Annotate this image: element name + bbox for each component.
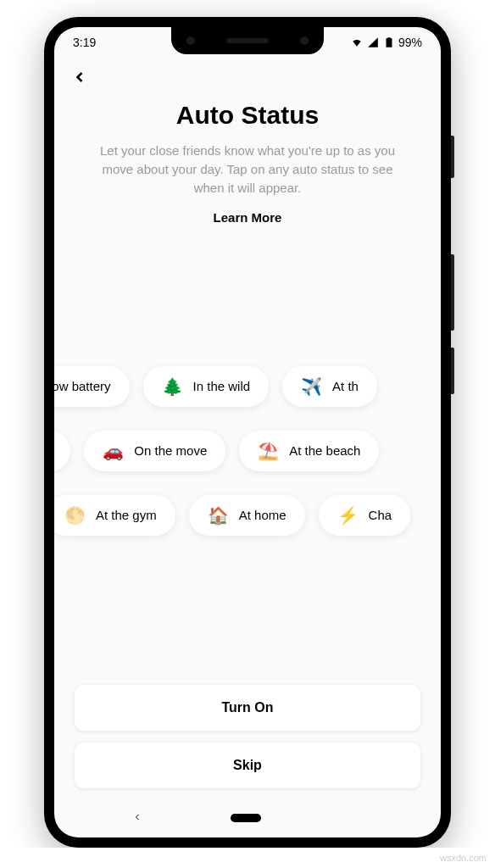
gym-icon: 🌕 xyxy=(64,505,86,526)
chip-low-battery[interactable]: 🔋 Low battery xyxy=(54,366,130,407)
turn-on-button[interactable]: Turn On xyxy=(75,685,420,731)
chip-in-the-wild[interactable]: 🌲 In the wild xyxy=(143,366,270,407)
chevron-left-icon xyxy=(71,69,88,86)
nav-home-pill[interactable] xyxy=(231,814,261,822)
chip-label: At th xyxy=(332,379,359,393)
battery-percent: 99% xyxy=(398,36,422,49)
tree-icon: 🌲 xyxy=(162,376,183,397)
skip-button[interactable]: Skip xyxy=(75,743,420,788)
phone-frame: 3:19 99% Auto Status Let your close frie… xyxy=(44,17,451,848)
status-time: 3:19 xyxy=(73,36,96,49)
airplane-icon: ✈️ xyxy=(301,376,322,397)
house-icon: 🏠 xyxy=(208,505,229,526)
nav-back-icon[interactable] xyxy=(132,810,142,826)
chip-at-gym[interactable]: 🌕 At the gym xyxy=(54,495,175,536)
volume-down xyxy=(451,348,454,394)
chip-row-2: g 🚗 On the move ⛱️ At the beach xyxy=(54,431,441,471)
page-description: Let your close friends know what you're … xyxy=(71,142,424,197)
chips-area: 🔋 Low battery 🌲 In the wild ✈️ At th xyxy=(54,225,441,676)
chip-at-beach[interactable]: ⛱️ At the beach xyxy=(239,431,379,471)
beach-icon: ⛱️ xyxy=(258,441,279,461)
android-nav-bar xyxy=(54,802,441,837)
learn-more-link[interactable]: Learn More xyxy=(71,210,424,225)
chip-label: At the beach xyxy=(289,443,360,458)
camera-dot xyxy=(186,36,195,45)
chip-partial-left[interactable]: g xyxy=(54,431,70,471)
volume-up xyxy=(451,254,454,331)
notch xyxy=(171,27,324,54)
chip-row-3: 🌕 At the gym 🏠 At home ⚡ Cha xyxy=(54,495,441,536)
chip-row-1: 🔋 Low battery 🌲 In the wild ✈️ At th xyxy=(54,366,441,407)
chip-at-airport[interactable]: ✈️ At th xyxy=(282,366,377,407)
car-icon: 🚗 xyxy=(103,441,124,461)
chip-label: On the move xyxy=(134,443,207,458)
chevron-left-icon xyxy=(132,812,142,822)
power-button xyxy=(451,136,454,178)
sensor-dot xyxy=(300,36,309,45)
battery-icon xyxy=(382,36,396,48)
app-content: Auto Status Let your close friends know … xyxy=(54,54,441,837)
chip-label: At home xyxy=(239,508,286,522)
back-button[interactable] xyxy=(71,61,98,92)
speaker xyxy=(226,38,269,43)
chip-label: Low battery xyxy=(54,379,111,393)
chip-label: At the gym xyxy=(96,508,157,522)
chip-on-the-move[interactable]: 🚗 On the move xyxy=(84,431,225,471)
lightning-icon: ⚡ xyxy=(337,505,359,526)
chip-at-home[interactable]: 🏠 At home xyxy=(189,495,305,536)
chip-charging[interactable]: ⚡ Cha xyxy=(319,495,411,536)
bottom-buttons: Turn On Skip xyxy=(54,676,441,802)
header: Auto Status Let your close friends know … xyxy=(54,54,441,225)
wifi-icon xyxy=(350,36,364,48)
cell-signal-icon xyxy=(366,36,380,48)
chip-label: In the wild xyxy=(193,379,251,393)
status-right: 99% xyxy=(350,36,422,49)
page-title: Auto Status xyxy=(71,101,424,130)
chip-label: Cha xyxy=(369,508,392,522)
screen: 3:19 99% Auto Status Let your close frie… xyxy=(54,27,441,837)
